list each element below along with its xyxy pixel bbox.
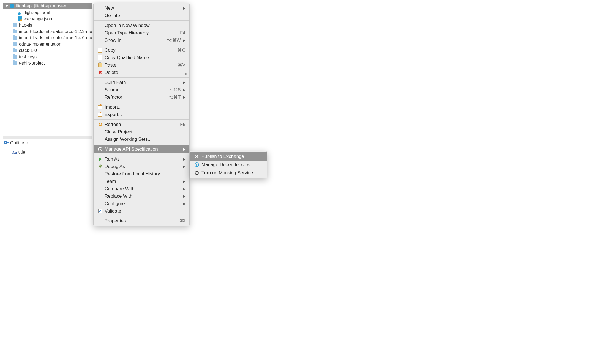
menu-item-debug-as[interactable]: ✱Debug As▶ <box>94 163 189 170</box>
submenu-arrow-icon: ▶ <box>183 147 185 151</box>
menu-item-new[interactable]: New▶ <box>94 4 189 12</box>
submenu-item-publish-exchange[interactable]: ✕Publish to Exchange <box>190 152 267 161</box>
menu-item-export[interactable]: Export... <box>94 111 189 118</box>
folder-row-test-keys[interactable]: test-keys <box>3 54 92 60</box>
menu-label: Paste <box>105 62 176 68</box>
folder-label: import-leads-into-salesforce-1.2.3-mu <box>19 29 92 34</box>
menu-label: Export... <box>105 112 185 117</box>
delete-icon: ✖ <box>98 70 102 75</box>
submenu-label: Turn on Mocking Service <box>201 170 253 176</box>
tab-label: Outline <box>10 140 24 145</box>
submenu-label: Manage Dependencies <box>201 162 250 167</box>
submenu-arrow-icon: ▶ <box>183 194 185 198</box>
outline-icon <box>4 141 9 145</box>
shortcut: ⌘I <box>180 218 185 224</box>
context-menu: New▶ Go Into Open in New Window Open Typ… <box>93 3 190 226</box>
tab-outline[interactable]: Outline ✕ <box>3 139 32 147</box>
submenu-arrow-icon: ▶ <box>183 180 185 183</box>
menu-item-refactor[interactable]: Refactor⌥⌘T▶ <box>94 93 189 101</box>
text-attribute-icon: Aa <box>12 150 17 155</box>
menu-item-properties[interactable]: Properties⌘I <box>94 217 189 225</box>
folder-row-import-123[interactable]: import-leads-into-salesforce-1.2.3-mu <box>3 28 92 35</box>
folder-icon <box>13 49 17 52</box>
folder-row-http-tls[interactable]: http-tls <box>3 22 92 28</box>
folder-row-odata[interactable]: odata-implementation <box>3 41 92 47</box>
file-row-raml[interactable]: flight-api.raml <box>3 9 92 16</box>
menu-item-refresh[interactable]: ↻RefreshF5 <box>94 121 189 128</box>
menu-separator <box>94 77 189 78</box>
folder-icon <box>13 42 17 46</box>
shortcut: ⌥⌘W <box>167 38 181 43</box>
menu-label: New <box>105 5 181 11</box>
menu-label: Open in New Window <box>105 23 185 28</box>
menu-item-close-project[interactable]: Close Project <box>94 128 189 136</box>
project-row-flight-api[interactable]: flight-api [flight-api master] <box>3 3 92 9</box>
menu-item-open-new-window[interactable]: Open in New Window <box>94 22 189 29</box>
api-icon <box>98 147 102 151</box>
shortcut: ⌥⌘S <box>168 87 181 92</box>
paste-icon <box>98 63 102 67</box>
folder-icon <box>13 55 17 59</box>
run-icon <box>99 157 102 161</box>
project-label: flight-api [flight-api master] <box>16 4 68 9</box>
submenu-label: Publish to Exchange <box>201 154 244 159</box>
menu-item-show-in[interactable]: Show In⌥⌘W▶ <box>94 37 189 44</box>
menu-label: Properties <box>105 218 178 224</box>
close-icon[interactable]: ✕ <box>26 141 29 145</box>
copy-icon <box>98 48 102 53</box>
menu-item-copy-qualified-name[interactable]: Copy Qualified Name <box>94 54 189 61</box>
json-file-icon <box>18 16 22 21</box>
shortcut: ⌥⌘T <box>168 95 181 100</box>
menu-item-manage-api-specification[interactable]: Manage API Specification▶ <box>94 145 189 153</box>
bug-icon: ✱ <box>98 164 102 169</box>
menu-item-go-into[interactable]: Go Into <box>94 12 189 19</box>
menu-separator <box>94 20 189 21</box>
menu-item-validate[interactable]: ✓Validate <box>94 207 189 215</box>
submenu-item-manage-dependencies[interactable]: Manage Dependencies <box>190 161 267 169</box>
folder-row-slack[interactable]: slack-1-0 <box>3 47 92 54</box>
raml-file-icon <box>18 10 22 15</box>
menu-item-copy[interactable]: Copy⌘C <box>94 46 189 54</box>
menu-item-build-path[interactable]: Build Path▶ <box>94 79 189 86</box>
menu-label: Debug As <box>105 164 181 169</box>
menu-label: Source <box>105 87 166 93</box>
menu-label: Team <box>105 179 181 184</box>
menu-label: Refresh <box>105 122 178 127</box>
submenu-arrow-icon: ▶ <box>183 187 185 191</box>
menu-item-configure[interactable]: Configure▶ <box>94 200 189 207</box>
power-icon <box>195 171 199 175</box>
menu-item-delete[interactable]: ✖Delete <box>94 69 189 76</box>
menu-label: Run As <box>105 156 181 162</box>
menu-item-compare-with[interactable]: Compare With▶ <box>94 185 189 192</box>
menu-label: Assign Working Sets... <box>105 137 185 142</box>
submenu-item-mocking-service[interactable]: Turn on Mocking Service <box>190 169 267 177</box>
submenu-arrow-icon: ▶ <box>183 157 185 161</box>
menu-item-restore-local-history[interactable]: Restore from Local History... <box>94 170 189 178</box>
menu-item-paste[interactable]: Paste⌘V <box>94 61 189 69</box>
menu-item-replace-with[interactable]: Replace With▶ <box>94 192 189 200</box>
menu-label: Close Project <box>105 129 185 135</box>
submenu-arrow-icon: ▶ <box>183 95 185 99</box>
shortcut: F4 <box>180 31 185 35</box>
folder-row-tshirt[interactable]: t-shirt-project <box>3 60 92 66</box>
folder-label: import-leads-into-salesforce-1.4.0-mu <box>19 35 92 40</box>
menu-label: Copy <box>105 48 175 53</box>
file-row-json[interactable]: exchange.json <box>3 16 92 22</box>
menu-label: Manage API Specification <box>105 147 181 152</box>
folder-row-import-140[interactable]: import-leads-into-salesforce-1.4.0-mu <box>3 35 92 41</box>
menu-item-run-as[interactable]: Run As▶ <box>94 155 189 163</box>
menu-item-open-type-hierarchy[interactable]: Open Type HierarchyF4 <box>94 29 189 37</box>
menu-item-source[interactable]: Source⌥⌘S▶ <box>94 86 189 93</box>
pane-divider[interactable] <box>3 136 92 139</box>
exchange-icon: ✕ <box>195 154 199 159</box>
outline-item-title[interactable]: Aa title <box>12 150 92 155</box>
outline-pane: Outline ✕ Aa title <box>3 139 92 155</box>
menu-label: Validate <box>105 208 185 214</box>
menu-item-team[interactable]: Team▶ <box>94 178 189 185</box>
project-explorer: flight-api [flight-api master] flight-ap… <box>3 3 92 136</box>
menu-item-assign-working-sets[interactable]: Assign Working Sets... <box>94 136 189 143</box>
copy-icon <box>98 56 102 60</box>
submenu-arrow-icon: ▶ <box>183 6 185 10</box>
project-icon <box>10 4 14 8</box>
menu-item-import[interactable]: Import... <box>94 103 189 111</box>
